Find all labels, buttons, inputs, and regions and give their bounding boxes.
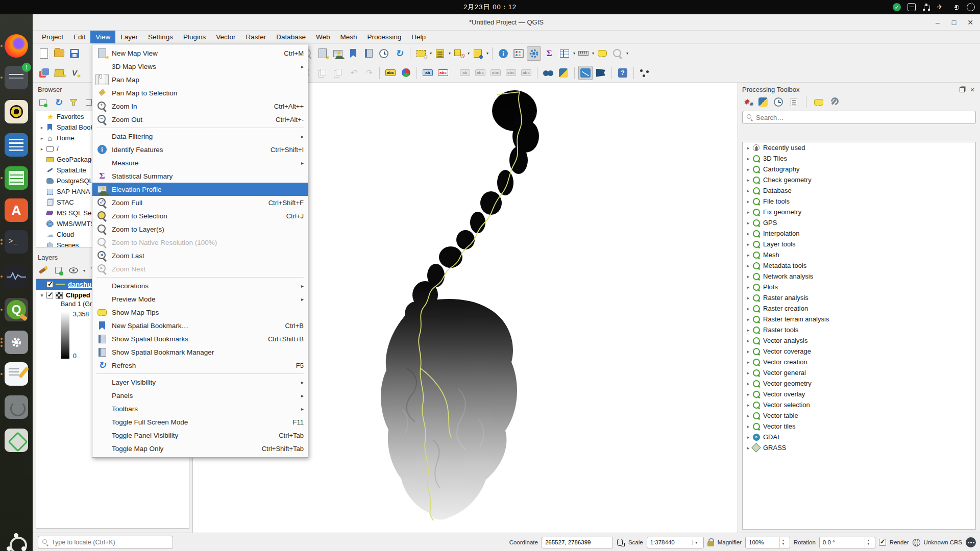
toolbox-group-check-geometry[interactable]: ▸Check geometry — [743, 174, 975, 185]
select-by-form-dropdown[interactable]: ▾ — [449, 51, 451, 56]
menu-layer[interactable]: Layer — [115, 31, 143, 43]
statistics-button[interactable] — [511, 46, 526, 61]
toolbox-group-vector-coverage[interactable]: ▸Vector coverage — [743, 346, 975, 357]
dock-show-apps-icon[interactable] — [7, 534, 26, 551]
menu-item-zoom-in[interactable]: Zoom InCtrl+Alt++ — [92, 99, 308, 113]
power-icon[interactable] — [967, 3, 975, 11]
resource-sharing-button[interactable] — [594, 66, 608, 80]
dock-system-monitor-icon[interactable] — [5, 265, 28, 288]
deselect-features-button[interactable] — [452, 46, 466, 61]
dock-draw-icon[interactable]: A — [5, 198, 28, 222]
redo-button[interactable]: ↷ — [361, 66, 376, 80]
select-by-location-dropdown[interactable]: ▾ — [486, 51, 488, 56]
menu-database[interactable]: Database — [271, 31, 311, 43]
toolbox-group-vector-analysis[interactable]: ▸Vector analysis — [743, 335, 975, 346]
menu-item-new-map-view[interactable]: New Map ViewCtrl+M — [92, 46, 308, 60]
data-plotly-button[interactable] — [578, 66, 593, 80]
menu-item-toolbars[interactable]: Toolbars▸ — [92, 402, 308, 415]
metasearch-button[interactable] — [541, 66, 555, 80]
menu-processing[interactable]: Processing — [362, 31, 407, 43]
menu-item-toggle-panel-visibility[interactable]: Toggle Panel VisibilityCtrl+Tab — [92, 429, 308, 442]
add-selected-layers-button[interactable] — [37, 96, 49, 109]
menu-view[interactable]: View — [90, 31, 115, 43]
menu-item-toggle-map-only[interactable]: Toggle Map OnlyCtrl+Shift+Tab — [92, 442, 308, 455]
toolbox-group-raster-terrain[interactable]: ▸Raster terrain analysis — [743, 314, 975, 324]
toolbox-group-vector-creation[interactable]: ▸Vector creation — [743, 357, 975, 367]
new-spatial-bookmark-button[interactable] — [346, 46, 360, 61]
menu-web[interactable]: Web — [311, 31, 335, 43]
attribute-table-dropdown[interactable]: ▾ — [573, 51, 575, 56]
rotate-label-button[interactable]: abc — [504, 66, 518, 80]
close-button[interactable]: ✕ — [966, 18, 975, 27]
crs-globe-icon[interactable] — [913, 539, 920, 546]
select-features-button[interactable] — [414, 46, 428, 61]
system-clock[interactable]: 2月23日 00：12 — [463, 3, 517, 12]
change-label-button[interactable]: abc — [519, 66, 533, 80]
layer-styling-button[interactable] — [37, 264, 49, 277]
map-themes-dropdown[interactable]: ▾ — [83, 268, 85, 273]
toolbox-group-network-analysis[interactable]: ▸Network analysis — [743, 271, 975, 282]
pin-labels-button[interactable]: ab — [421, 66, 435, 80]
paste-features-button[interactable] — [331, 66, 345, 80]
menu-item-decorations[interactable]: Decorations▸ — [92, 279, 308, 292]
keyboard-icon[interactable] — [908, 3, 916, 11]
toolbox-group-cartography[interactable]: ▸Cartography — [743, 164, 975, 174]
unplace-label-button[interactable]: abc — [436, 66, 450, 80]
dock-terminal-icon[interactable]: >_ — [5, 230, 28, 254]
vertex-tool-button[interactable] — [638, 66, 652, 80]
spin-buttons[interactable]: ▲▼ — [779, 537, 787, 548]
manage-map-themes-button[interactable] — [67, 264, 80, 277]
toolbox-group-vector-table[interactable]: ▸Vector table — [743, 410, 975, 421]
processing-toolbox-button[interactable] — [527, 46, 541, 61]
rotation-spinbox[interactable]: 0.0 ° ▲▼ — [819, 537, 875, 548]
toolbox-group-raster-creation[interactable]: ▸Raster creation — [743, 303, 975, 314]
menu-plugins[interactable]: Plugins — [178, 31, 211, 43]
menu-item-zoom-native[interactable]: Zoom to Native Resolution (100%) — [92, 236, 308, 249]
new-geopackage-button[interactable] — [52, 66, 66, 80]
dock-qgis-icon[interactable]: Q — [5, 298, 28, 321]
menu-item-show-map-tips[interactable]: Show Map Tips — [92, 306, 308, 319]
show-spatial-bookmarks-button[interactable] — [361, 46, 376, 61]
select-by-location-button[interactable] — [471, 46, 485, 61]
new-3d-map-view-button[interactable] — [331, 46, 345, 61]
float-panel-icon[interactable] — [959, 86, 966, 93]
zoom-native-button[interactable] — [610, 46, 625, 61]
title-bar[interactable]: *Untitled Project — QGIS – □ ✕ — [33, 14, 980, 31]
menu-item-show-spatial-bookmarks[interactable]: Show Spatial BookmarksCtrl+Shift+B — [92, 332, 308, 345]
show-hidden-labels-button[interactable]: abc — [473, 66, 487, 80]
menu-item-zoom-full[interactable]: Zoom FullCtrl+Shift+F — [92, 196, 308, 209]
temporal-controller-button[interactable] — [377, 46, 391, 61]
lock-scale-icon[interactable] — [707, 541, 714, 546]
menu-item-zoom-out[interactable]: Zoom OutCtrl+Alt+- — [92, 113, 308, 126]
results-viewer-button[interactable] — [788, 96, 799, 108]
search-input[interactable] — [756, 114, 971, 121]
menu-item-bookmark-manager[interactable]: Show Spatial Bookmark Manager — [92, 345, 308, 359]
dock-trash-icon[interactable] — [5, 429, 28, 452]
toolbox-group-vector-tiles[interactable]: ▸Vector tiles — [743, 421, 975, 432]
menu-item-pan-map-to-selection[interactable]: Pan Map to Selection — [92, 86, 308, 99]
python-console-button[interactable] — [556, 66, 571, 80]
new-shapefile-button[interactable]: V — [67, 66, 82, 80]
toolbox-group-vector-selection[interactable]: ▸Vector selection — [743, 399, 975, 410]
layer-checkbox[interactable] — [46, 281, 53, 288]
maximize-button[interactable]: □ — [949, 18, 959, 27]
new-map-view-button[interactable] — [315, 46, 330, 61]
dock-settings-icon[interactable] — [5, 331, 28, 354]
menu-item-toggle-fullscreen[interactable]: Toggle Full Screen ModeF11 — [92, 415, 308, 429]
dock-files-icon[interactable]: 1 — [5, 66, 28, 89]
messages-icon[interactable] — [966, 537, 976, 547]
layer-checkbox[interactable] — [46, 292, 53, 298]
statistical-summary-button[interactable]: Σ — [542, 46, 556, 61]
new-project-button[interactable] — [37, 46, 51, 61]
dock-calc-icon[interactable] — [5, 166, 28, 190]
network-icon[interactable] — [922, 3, 930, 11]
measure-button[interactable] — [576, 46, 591, 61]
toolbox-group-vector-general[interactable]: ▸Vector general — [743, 367, 975, 378]
scripts-button[interactable] — [757, 96, 769, 108]
menu-item-zoom-to-layers[interactable]: Zoom to Layer(s) — [92, 222, 308, 236]
coordinate-input[interactable] — [545, 539, 609, 545]
toolbox-group-interpolation[interactable]: ▸Interpolation — [743, 228, 975, 239]
history-button[interactable] — [773, 96, 784, 108]
toolbox-group-3d-tiles[interactable]: ▸3D Tiles — [743, 153, 975, 164]
menu-item-zoom-last[interactable]: Zoom Last — [92, 249, 308, 262]
